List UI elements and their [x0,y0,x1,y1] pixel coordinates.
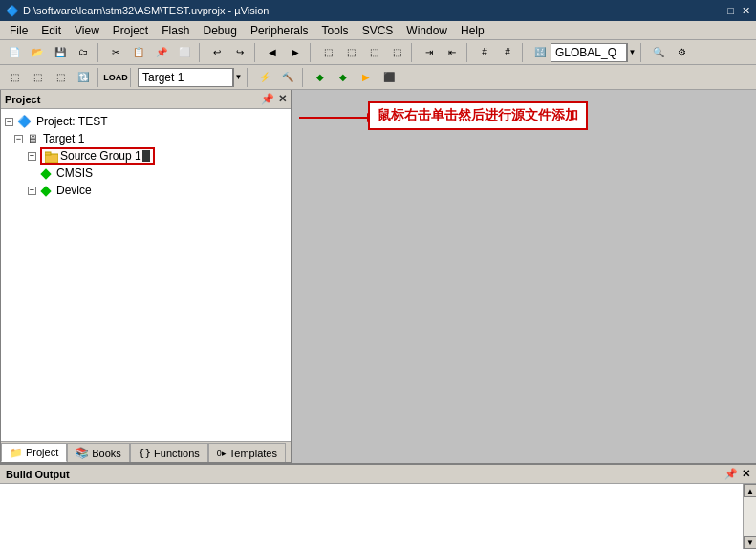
build-output-title: Build Output [6,469,70,480]
tb2-load[interactable]: LOAD [105,67,126,88]
maximize-button[interactable]: □ [727,5,734,17]
tab-templates-label: Templates [229,448,277,459]
global-q-value: GLOBAL_Q [555,46,616,59]
menu-debug[interactable]: Debug [198,23,243,38]
tab-functions[interactable]: {} Functions [130,443,208,462]
tb2-b2[interactable]: ⬚ [27,67,48,88]
panel-close[interactable]: ✕ [278,93,287,105]
expand-icon-target[interactable]: − [14,135,23,143]
source-group-label: Source Group 1 [60,149,141,163]
device-label: Device [56,184,92,197]
tb2-stop[interactable]: ⬛ [378,67,400,88]
tab-templates[interactable]: 0▸ Templates [208,443,286,462]
global-q-arrow[interactable]: ▼ [627,43,637,62]
tb2-green1[interactable]: ◆ [310,67,331,88]
expand-icon-source[interactable]: + [28,152,36,161]
tb-save[interactable]: 💾 [50,42,71,63]
scroll-up-btn[interactable]: ▲ [744,484,756,497]
expand-icon-device[interactable]: + [28,187,36,195]
tab-templates-icon: 0▸ [217,449,227,458]
tb-cut[interactable]: ✂ [105,42,126,63]
cmsis-diamond-icon [40,166,54,180]
tree-item-cmsis[interactable]: CMSIS [1,165,291,182]
sep7 [522,43,526,62]
tb-b4[interactable]: ⬚ [386,42,407,63]
tb2-build[interactable]: 🔨 [277,67,298,88]
annotation-box: 鼠标右击单击然后进行源文件添加 [368,101,588,130]
menu-tools[interactable]: Tools [316,23,355,38]
menu-svcs[interactable]: SVCS [356,23,400,38]
sep9 [97,68,101,87]
tb-b1[interactable]: ⬚ [317,42,338,63]
tb-paste[interactable]: 📌 [151,42,172,63]
project-panel-header: Project 📌 ✕ [1,90,291,109]
tb-search2[interactable]: ⚙ [671,42,692,63]
sep1 [97,43,101,62]
tb-b2[interactable]: ⬚ [340,42,361,63]
menu-flash[interactable]: Flash [156,23,195,38]
expand-icon-project[interactable]: − [5,118,13,126]
build-scrollbar[interactable]: ▲ ▼ [743,484,756,549]
svg-rect-1 [45,152,51,155]
tb-redo[interactable]: ↪ [229,42,250,63]
tb2-translate[interactable]: ⚡ [254,67,275,88]
tb-global-q-icon[interactable]: 🔣 [529,42,551,63]
menu-help[interactable]: Help [455,23,490,38]
tb-new[interactable]: 📄 [4,42,25,63]
panel-pin[interactable]: 📌 [261,93,274,105]
tb-c1[interactable]: # [474,42,495,63]
menu-peripherals[interactable]: Peripherals [245,23,314,38]
sep8 [640,43,644,62]
tb-x1[interactable]: ⬜ [174,42,195,63]
tb2-b1[interactable]: ⬚ [4,67,25,88]
build-output-content [0,484,743,549]
target-label: Target 1 [43,132,84,145]
build-panel-pin[interactable]: 📌 [724,468,738,480]
project-label: Project: TEST [36,115,107,128]
close-button[interactable]: ✕ [742,5,750,17]
build-output-area: Build Output 📌 ✕ ▲ ▼ [0,463,756,549]
tb-c2[interactable]: # [497,42,518,63]
tb-search1[interactable]: 🔍 [648,42,669,63]
tb-open[interactable]: 📂 [27,42,48,63]
tb2-green2[interactable]: ◆ [333,67,354,88]
tb-save-all[interactable]: 🗂 [73,42,94,63]
tab-books-label: Books [92,448,121,459]
tab-project[interactable]: 📁 Project [1,443,67,462]
source-group-highlight: Source Group 1 [40,147,155,165]
tb-forward[interactable]: ▶ [285,42,306,63]
tb2-run[interactable]: ▶ [356,67,377,88]
title-text: 🔷 D:\software\learn\stm32\ASM\TEST.uvpro… [6,5,269,17]
tb-undo[interactable]: ↩ [206,42,227,63]
tb-unindent[interactable]: ⇤ [442,42,463,63]
tb-copy[interactable]: 📋 [128,42,149,63]
global-q-dropdown[interactable]: GLOBAL_Q [551,43,627,62]
tab-books[interactable]: 📚 Books [67,443,130,462]
menu-window[interactable]: Window [400,23,453,38]
menu-edit[interactable]: Edit [35,23,67,38]
build-panel-close[interactable]: ✕ [742,468,750,480]
tree-item-target[interactable]: − 🖥 Target 1 [1,130,291,147]
tb-b3[interactable]: ⬚ [363,42,384,63]
tree-item-source-group[interactable]: + Source Group 1 [1,147,291,165]
sep6 [466,43,470,62]
menu-file[interactable]: File [4,23,33,38]
tab-functions-icon: {} [139,447,151,459]
tree-item-device[interactable]: + Device [1,182,291,199]
scroll-down-btn[interactable]: ▼ [744,536,756,549]
sep2 [199,43,203,62]
tb-indent[interactable]: ⇥ [419,42,440,63]
tree-item-project[interactable]: − 🔷 Project: TEST [1,113,291,130]
menu-view[interactable]: View [69,23,105,38]
target-arrow[interactable]: ▼ [233,68,243,87]
tb2-b3[interactable]: ⬚ [50,67,71,88]
menu-project[interactable]: Project [107,23,154,38]
sep12 [302,68,306,87]
device-diamond-icon [40,184,54,197]
build-output-header: Build Output 📌 ✕ [0,465,756,484]
tb2-b4[interactable]: 🔃 [73,67,94,88]
tb-back[interactable]: ◀ [262,42,283,63]
minimize-button[interactable]: − [714,5,720,17]
target-dropdown[interactable]: Target 1 [138,68,233,87]
project-icon: 🔷 [17,115,32,128]
